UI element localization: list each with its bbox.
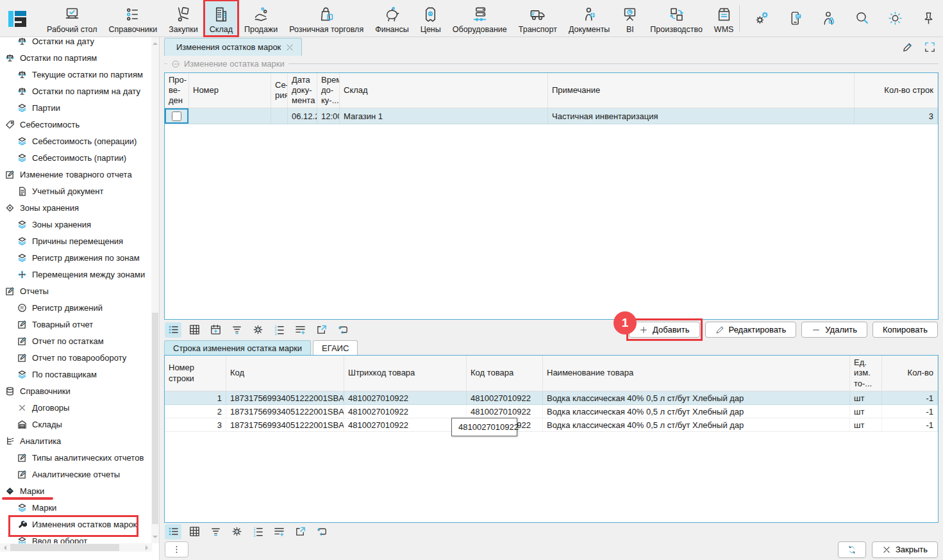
sidebar-item[interactable]: Договоры — [0, 399, 152, 416]
add-list-button[interactable] — [271, 524, 287, 539]
theme-button[interactable] — [887, 10, 903, 26]
button-copy[interactable]: Копировать — [872, 322, 938, 338]
sidebar-item[interactable]: Изменение товарного отчета — [0, 166, 152, 183]
scrollbar-thumb[interactable] — [152, 313, 158, 524]
sidebar-item[interactable]: Изменения остатков марок — [0, 516, 152, 532]
sidebar-vertical-scrollbar[interactable] — [151, 37, 159, 543]
reload-button[interactable] — [313, 524, 330, 539]
scroll-up-icon[interactable] — [153, 40, 158, 45]
sidebar-item[interactable]: Аналитика — [0, 432, 152, 449]
sidebar-item[interactable]: По поставщикам — [0, 366, 152, 383]
sidebar-item[interactable]: Товарный отчет — [0, 316, 152, 333]
top-nav-item[interactable]: Закупки — [163, 0, 204, 37]
sidebar-item[interactable]: Отчеты — [0, 283, 152, 299]
top-nav-item[interactable]: Склад — [204, 0, 238, 37]
sidebar-item[interactable]: Себестоимость — [0, 116, 152, 133]
scroll-down-icon[interactable] — [153, 536, 158, 541]
sidebar-item[interactable]: Зоны хранения — [0, 216, 152, 233]
scroll-right-icon[interactable] — [146, 545, 151, 550]
table-row[interactable]: 1187317569934051222001SBAV...48100270109… — [165, 391, 938, 405]
list-view-button[interactable] — [165, 524, 181, 539]
sidebar-item[interactable]: RРегистр движений — [0, 299, 152, 316]
sidebar-item[interactable]: Учетный документ — [0, 183, 152, 199]
sidebar-item[interactable]: Склады — [0, 416, 152, 432]
sidebar-item[interactable]: Зоны хранения — [0, 199, 152, 216]
sidebar-item[interactable]: Отчет по товарообороту — [0, 349, 152, 366]
list-view-button[interactable] — [165, 322, 181, 338]
edit-pencil-icon[interactable] — [901, 41, 914, 53]
sidebar-item[interactable]: Остатки на дату — [0, 37, 152, 49]
scrollbar-thumb[interactable] — [10, 544, 119, 551]
sidebar-item[interactable]: Себестоимость (операции) — [0, 133, 152, 149]
top-nav-item[interactable]: Документы — [563, 0, 615, 37]
sidebar-item[interactable]: Остатки по партиям — [0, 49, 152, 66]
top-nav-item[interactable]: Производство — [644, 0, 708, 37]
gear-button[interactable] — [249, 322, 266, 338]
detail-tab[interactable]: ЕГАИС — [313, 340, 358, 355]
sidebar-item[interactable]: Марки — [0, 499, 152, 516]
settings-button[interactable] — [754, 10, 770, 26]
reload-button[interactable] — [334, 322, 351, 338]
close-button[interactable]: Закрыть — [872, 541, 938, 558]
sidebar-item[interactable]: Перемещения между зонами — [0, 266, 152, 283]
table-cell: 2 — [165, 405, 226, 418]
sidebar-item[interactable]: Марки — [0, 482, 152, 499]
add-list-button[interactable] — [292, 322, 308, 338]
top-nav-item[interactable]: BI — [615, 0, 644, 37]
numbered-list-button[interactable]: 123 — [271, 322, 287, 338]
top-nav-item[interactable]: Рабочий стол — [41, 0, 103, 37]
sidebar-item[interactable]: Партии — [0, 99, 152, 116]
collapse-icon[interactable] — [171, 60, 180, 69]
sidebar-item[interactable]: Причины перемещения — [0, 233, 152, 249]
gear-button[interactable] — [228, 524, 245, 539]
numbered-list-button[interactable]: 123 — [249, 524, 266, 539]
top-nav-item[interactable]: Розничная торговля — [283, 0, 369, 37]
sidebar-item[interactable]: Себестоимость (партии) — [0, 149, 152, 166]
sidebar-horizontal-scrollbar[interactable] — [0, 543, 152, 552]
tab-izmeneniya-ostatkov-marok[interactable]: Изменения остатков марок — [164, 38, 302, 56]
refresh-button[interactable] — [838, 541, 866, 558]
button-delete[interactable]: Удалить — [801, 322, 867, 338]
top-nav-item[interactable]: Справочники — [103, 0, 163, 37]
table-row[interactable]: 2187317569934051222001SBAV...48100270109… — [165, 405, 938, 418]
edit-icon — [17, 453, 27, 463]
top-nav-item[interactable]: Продажи — [238, 0, 283, 37]
column-header: Кол-во строк — [855, 73, 938, 108]
button-add[interactable]: Добавить — [629, 322, 699, 338]
calendar-button[interactable] — [207, 322, 224, 338]
proveden-checkbox[interactable] — [172, 111, 181, 121]
sidebar-item[interactable]: Остатки по партиям на дату — [0, 83, 152, 99]
table-row[interactable]: 06.12.2412:00Магазин 1Частичная инвентар… — [165, 108, 938, 124]
grid-view-button[interactable] — [186, 524, 203, 539]
top-nav-item[interactable]: Финансы — [369, 0, 414, 37]
detail-tab[interactable]: Строка изменения остатка марки — [164, 340, 311, 355]
top-nav-item[interactable]: WMS — [708, 0, 740, 37]
layers-icon — [17, 503, 27, 513]
edit-icon — [17, 336, 27, 346]
pin-button[interactable] — [921, 10, 937, 26]
profile-button[interactable] — [821, 10, 837, 26]
fullscreen-icon[interactable] — [924, 41, 936, 53]
sidebar-item[interactable]: Типы аналитических отчетов — [0, 449, 152, 466]
open-window-button[interactable] — [292, 524, 308, 539]
sidebar-item[interactable]: Отчет по остаткам — [0, 333, 152, 349]
open-window-button[interactable] — [313, 322, 330, 338]
filter-button[interactable] — [228, 322, 245, 338]
sidebar-item[interactable]: Текущие остатки по партиям — [0, 66, 152, 83]
filter-button[interactable] — [207, 524, 224, 539]
kebab-menu-button[interactable] — [165, 541, 188, 557]
top-nav-item[interactable]: Оборудование — [447, 0, 513, 37]
table-row[interactable]: 3187317569934051222001SBAV...48100270109… — [165, 418, 938, 432]
grid-view-button[interactable] — [186, 322, 203, 338]
sidebar-item[interactable]: Регистр движения по зонам — [0, 249, 152, 266]
search-button[interactable] — [854, 10, 870, 26]
tab-close-icon[interactable] — [285, 43, 294, 52]
scroll-left-icon[interactable] — [1, 545, 6, 550]
table-cell: Водка классическая 40% 0,5 л ст/бут Хлеб… — [543, 418, 850, 431]
messages-button[interactable] — [787, 10, 803, 26]
sidebar-item[interactable]: Аналитические отчеты — [0, 466, 152, 482]
top-nav-item[interactable]: Цены — [415, 0, 447, 37]
button-edit[interactable]: Редактировать — [705, 322, 797, 338]
top-nav-item[interactable]: Транспорт — [513, 0, 563, 37]
sidebar-item[interactable]: Справочники — [0, 383, 152, 399]
